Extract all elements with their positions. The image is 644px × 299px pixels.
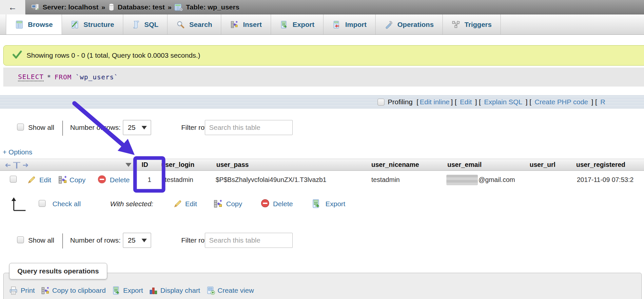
delete-icon [97,175,107,185]
cell-user-nicename[interactable]: testadmin [371,176,400,184]
header-id[interactable]: ID [142,161,148,169]
cell-user-registered[interactable]: 2017-11-09 07:53:2 [577,176,634,184]
with-selected-edit-link[interactable]: Edit [185,200,197,208]
options-toggle[interactable]: + Options [3,148,32,156]
row-edit-link[interactable]: Edit [39,176,51,184]
sql-keyword-select[interactable]: SELECT [18,73,44,81]
breadcrumb-table[interactable]: Table: wp_users [186,3,239,11]
tab-export[interactable]: Export [271,14,324,34]
bracket: ] [ [591,98,597,106]
profiling-band: Profiling [Edit inline] [ Edit ] [ Expla… [0,95,644,109]
with-selected-copy-link[interactable]: Copy [226,200,242,208]
with-selected-delete-link[interactable]: Delete [273,200,293,208]
back-button[interactable]: ← [0,0,26,14]
structure-icon [71,20,79,29]
filter-rows-input-bottom[interactable] [205,233,293,248]
header-user-login[interactable]: user_login [161,161,194,169]
display-chart-link[interactable]: Display chart [149,286,200,295]
tab-label: Operations [397,21,434,29]
create-view-label: Create view [218,287,254,294]
bracket: [ [417,98,419,106]
chevron-down-icon [142,126,147,130]
create-view-link[interactable]: Create view [206,286,254,295]
row-delete-link[interactable]: Delete [110,176,130,184]
sort-descending-icon[interactable] [126,163,131,167]
tab-sql[interactable]: SQL [123,14,167,34]
export-icon [280,20,288,29]
cell-user-pass[interactable]: $P$BsZhalyvcfolai49unZX/1.T3lvazb1 [216,176,326,184]
tab-label: Export [293,21,315,29]
header-user-url[interactable]: user_url [530,161,556,169]
breadcrumb-server[interactable]: Server: localhost [43,3,98,11]
check-all-checkbox[interactable] [39,200,46,207]
status-message: Showing rows 0 - 0 (1 total, Query took … [3,45,644,66]
tab-triggers[interactable]: Triggers [443,14,501,34]
column-arrows-icon[interactable] [4,161,29,171]
check-all-link[interactable]: Check all [52,200,81,208]
show-all-label-bottom[interactable]: Show all [28,236,54,244]
copy-icon [213,199,223,210]
query-results-operations-legend: Query results operations [9,263,107,279]
cell-id[interactable]: 1 [144,176,155,184]
wrench-icon [384,20,393,29]
show-all-checkbox[interactable] [17,124,24,130]
tab-label: Structure [84,21,114,29]
create-view-icon [206,286,215,295]
create-php-code-link[interactable]: Create PHP code [535,98,588,106]
export-link[interactable]: Export [112,286,143,295]
print-label: Print [21,287,35,294]
refresh-link-cut[interactable]: R [600,98,605,106]
number-of-rows-select[interactable]: 25 [123,120,151,135]
filter-rows-input[interactable] [205,120,293,135]
edit-inline-link[interactable]: Edit inline [420,98,450,106]
success-check-icon [12,50,22,61]
profiling-label: Profiling [388,98,413,106]
cell-user-email[interactable]: @gmail.com [478,176,515,184]
sql-query-box: SELECT * FROM `wp_users` [3,68,644,87]
breadcrumb-bar: ← Server: localhost » Database: test » T… [0,0,644,14]
tab-import[interactable]: Import [323,14,376,34]
print-link[interactable]: Print [9,286,35,295]
delete-icon [261,199,270,209]
export-icon [311,199,321,210]
cell-user-login[interactable]: testadmin [165,176,193,184]
tab-structure[interactable]: Structure [62,14,123,34]
header-user-registered[interactable]: user_registered [576,161,625,169]
tab-insert[interactable]: Insert [221,14,271,34]
row-copy-link[interactable]: Copy [69,176,86,184]
print-icon [9,286,18,295]
tab-search[interactable]: Search [167,14,221,34]
header-user-email[interactable]: user_email [447,161,482,169]
breadcrumb-database[interactable]: Database: test [118,3,165,11]
header-user-nicename[interactable]: user_nicename [371,161,419,169]
row-checkbox[interactable] [10,176,17,183]
number-of-rows-select-bottom[interactable]: 25 [123,233,151,248]
sql-table-name: `wp_users` [75,73,118,81]
tab-browse[interactable]: Browse [6,14,62,34]
breadcrumb-separator-2: » [168,3,172,11]
tab-label: SQL [144,21,158,29]
copy-to-clipboard-link[interactable]: Copy to clipboard [41,286,106,295]
divider [62,233,63,249]
with-selected-export-link[interactable]: Export [325,200,345,208]
show-all-label[interactable]: Show all [28,124,54,131]
profiling-checkbox[interactable] [378,99,384,106]
header-user-pass[interactable]: user_pass [216,161,249,169]
breadcrumb-separator: » [101,3,105,11]
explain-sql-link[interactable]: Explain SQL [484,98,522,106]
edit-link[interactable]: Edit [460,98,472,106]
tab-operations[interactable]: Operations [376,14,443,34]
corner-arrow-icon [10,196,27,214]
tab-label: Browse [28,21,53,29]
chart-icon [149,286,158,295]
show-all-checkbox-bottom[interactable] [17,236,24,243]
insert-icon [230,20,239,29]
divider [62,121,63,136]
number-of-rows-label-bottom: Number of rows: [70,236,121,244]
copy-icon [58,175,68,186]
browse-icon [15,20,24,29]
number-of-rows-value: 25 [128,124,135,131]
tab-label: Import [345,21,366,29]
back-arrow-icon: ← [9,2,17,12]
tab-label: Search [189,21,212,29]
